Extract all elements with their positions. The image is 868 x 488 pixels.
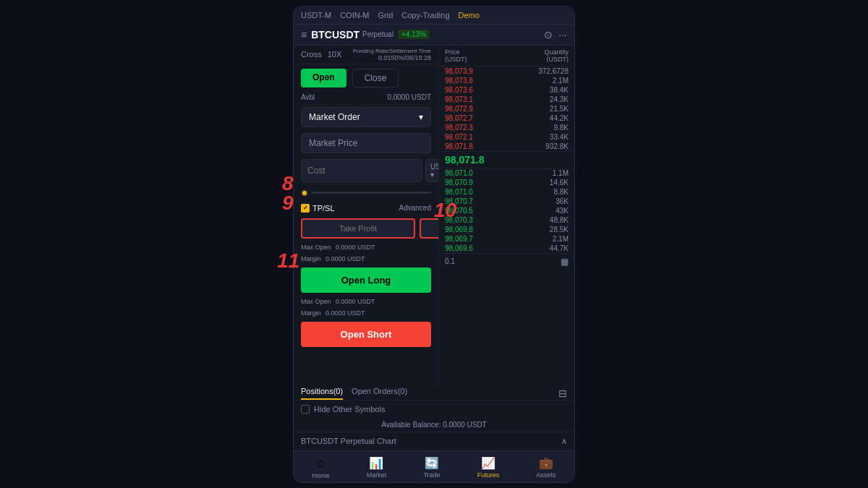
trade-label: Trade	[423, 471, 440, 479]
chart-collapse-row[interactable]: BTCUSDT Perpetual Chart ∧	[294, 432, 574, 450]
max-open-label: Max Open 0.0000 USDT	[301, 244, 375, 251]
nav-futures[interactable]: 📈 Futures	[477, 456, 500, 479]
funding-info: Funding Rate/Settlement Time 0.0150%/06/…	[353, 48, 431, 61]
assets-label: Assets	[536, 471, 556, 479]
market-label: Market	[367, 471, 387, 479]
bid-row: 98,069.828.5K	[439, 225, 574, 234]
tp-sl-inputs	[294, 215, 438, 241]
futures-label: Futures	[477, 471, 500, 479]
tpsl-left: ✓ TP/SL	[301, 204, 335, 213]
assets-icon: 💼	[539, 456, 553, 470]
ask-row: 98,072.744.2K	[439, 114, 574, 123]
futures-icon: 📈	[481, 456, 495, 470]
hide-symbols-row: Hide Other Symbols	[294, 401, 574, 418]
slider-track[interactable]	[311, 192, 431, 194]
table-icon[interactable]: ⊟	[558, 388, 567, 399]
nav-assets[interactable]: 💼 Assets	[536, 456, 556, 479]
home-icon: ⌂	[317, 455, 325, 471]
open-orders-tab[interactable]: Open Orders(0)	[352, 387, 407, 400]
positions-tabs: Positions(0) Open Orders(0)	[301, 387, 407, 400]
bid-row: 98,071.08.8K	[439, 187, 574, 197]
nav-home[interactable]: ⌂ Home	[312, 455, 330, 479]
price-header: Price(USDT)	[445, 48, 467, 63]
ask-row: 98,072.39.8K	[439, 123, 574, 132]
ob-header: Price(USDT) Quantity(USDT)	[439, 46, 574, 67]
annotation-8: 8	[282, 172, 294, 195]
bid-row: 98,071.01.1M	[439, 168, 574, 178]
currency-select[interactable]: USDT ▾	[425, 159, 438, 182]
oc-tabs: Open Close	[294, 64, 438, 90]
market-icon: 📊	[369, 456, 383, 470]
margin-info-short: Max Open 0.0000 USDT	[294, 296, 438, 307]
leverage-value[interactable]: 10X	[328, 50, 342, 59]
positions-tab[interactable]: Positions(0)	[301, 387, 343, 400]
market-price-row: Market Price	[294, 130, 438, 156]
advanced-link[interactable]: Advanced	[399, 204, 431, 212]
slider-row[interactable]	[294, 185, 438, 201]
annotation-9: 9	[282, 192, 294, 215]
hide-other-checkbox[interactable]	[301, 405, 310, 414]
hide-other-label: Hide Other Symbols	[314, 405, 385, 414]
order-type-label: Market Order	[309, 112, 360, 122]
funding-value: 0.0150%/06/19:28	[353, 54, 431, 61]
ask-row: 98,073.9372.6728	[439, 67, 574, 76]
main-area: Cross 10X Funding Rate/Settlement Time 0…	[294, 46, 574, 384]
tpsl-row: ✓ TP/SL Advanced	[294, 201, 438, 215]
quantity-row: 0.1 ▦	[439, 253, 574, 270]
bottom-nav: ⌂ Home 📊 Market 🔄 Trade 📈 Futures 💼 Asse…	[294, 450, 574, 482]
cost-input[interactable]	[301, 159, 422, 182]
avbl-label: Avbl	[301, 93, 315, 101]
trade-icon: 🔄	[425, 456, 439, 470]
settings-icon[interactable]: ⊙	[544, 29, 553, 40]
symbol-type: Perpetual	[362, 30, 393, 38]
open-short-button[interactable]: Open Short	[301, 322, 431, 347]
slider-handle[interactable]	[301, 189, 308, 197]
bid-row: 98,070.543K	[439, 206, 574, 215]
stop-loss-input[interactable]	[420, 218, 438, 239]
funding-label: Funding Rate/Settlement Time	[353, 48, 431, 54]
max-open-label-short: Max Open 0.0000 USDT	[301, 298, 375, 305]
nav-grid[interactable]: Grid	[378, 11, 393, 20]
nav-trade[interactable]: 🔄 Trade	[423, 456, 440, 479]
trading-panel: Cross 10X Funding Rate/Settlement Time 0…	[294, 46, 438, 384]
header-actions: ⊙ ···	[544, 29, 567, 40]
hamburger-icon[interactable]: ≡	[301, 29, 307, 40]
close-tab[interactable]: Close	[352, 69, 399, 87]
tpsl-label[interactable]: TP/SL	[312, 204, 335, 213]
ask-row: 98,072.133.4K	[439, 132, 574, 142]
check-icon: ✓	[303, 205, 308, 211]
avbl-value: 0.0000 USDT	[387, 93, 431, 101]
nav-coin-m[interactable]: COIN-M	[340, 11, 369, 20]
leverage-cross: Cross 10X	[301, 50, 341, 59]
order-type-row: Market Order ▾	[294, 104, 438, 130]
order-type-chevron: ▾	[419, 112, 423, 122]
symbol-header: ≡ BTCUSDT Perpetual +4.13% ⊙ ···	[294, 25, 574, 46]
order-type-select[interactable]: Market Order ▾	[301, 107, 431, 127]
avbl-row: Avbl 0.0000 USDT	[294, 90, 438, 104]
more-icon[interactable]: ···	[558, 29, 567, 40]
open-tab[interactable]: Open	[301, 69, 346, 87]
ask-row: 98,073.82.1M	[439, 76, 574, 85]
nav-market[interactable]: 📊 Market	[367, 456, 387, 479]
bid-row: 98,069.644.7K	[439, 244, 574, 253]
nav-usdt-m[interactable]: USDT-M	[301, 11, 331, 20]
symbol-name[interactable]: BTCUSDT	[311, 29, 359, 40]
chart-collapse-icon[interactable]: ∧	[561, 437, 567, 446]
tpsl-checkbox[interactable]: ✓	[301, 204, 310, 213]
quantity-icon[interactable]: ▦	[561, 257, 569, 267]
margin-info-long2: Margin 0.0000 USDT	[294, 253, 438, 265]
nav-demo[interactable]: Demo	[459, 11, 480, 20]
bid-row: 98,070.914.6K	[439, 178, 574, 187]
open-long-button[interactable]: Open Long	[301, 267, 431, 293]
available-balance-row: Available Balance: 0.0000 USDT	[294, 418, 574, 432]
cross-label[interactable]: Cross	[301, 50, 322, 59]
ask-row: 98,073.638.4K	[439, 85, 574, 95]
cost-row: USDT ▾	[294, 156, 438, 185]
positions-tabs-row: Positions(0) Open Orders(0) ⊟	[294, 384, 574, 401]
ob-mid-price: 98,071.8	[439, 151, 574, 168]
funding-bar: Cross 10X Funding Rate/Settlement Time 0…	[294, 46, 438, 64]
bid-row: 98,070.736K	[439, 197, 574, 206]
take-profit-input[interactable]	[301, 218, 415, 239]
ask-row: 98,071.8932.8K	[439, 142, 574, 151]
nav-copy-trading[interactable]: Copy-Trading	[401, 11, 449, 20]
